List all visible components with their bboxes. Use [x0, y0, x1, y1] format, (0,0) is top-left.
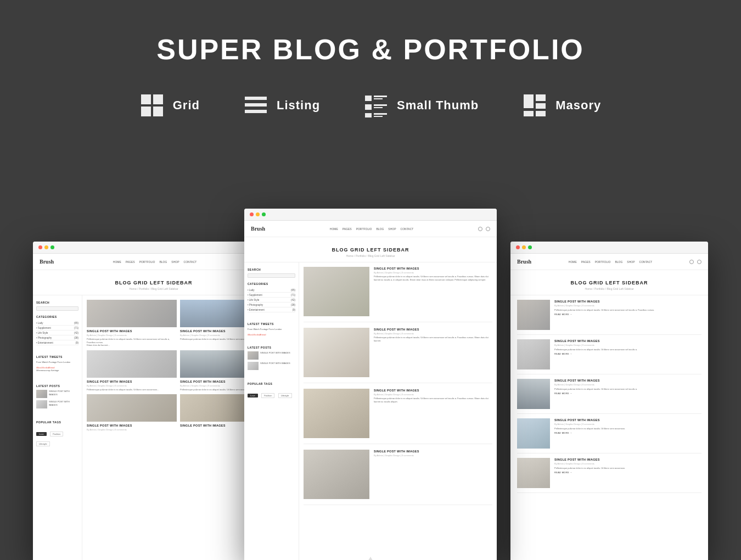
blog-page-left: Brush HOME PAGES PORTFOLIO BLOG SHOP CON…: [33, 254, 274, 560]
small-thumb-meta-2: By Admin | Graphic Design | 0 comments: [554, 344, 701, 346]
latest-post-info-c2: SINGLE POST WITH IMAGES: [260, 362, 290, 365]
svg-rect-8: [374, 96, 387, 97]
post-text: Pellentesque pulvinar dolor in ex alique…: [87, 338, 177, 347]
svg-rect-10: [365, 104, 372, 110]
mockup-center: Brush HOME PAGES PORTFOLIO BLOG SHOP CON…: [244, 209, 497, 560]
listing-post-3: SINGLE POST WITH IMAGES By Admin | Graph…: [304, 389, 492, 444]
cat-item: • Lady(65): [36, 321, 78, 326]
post-card: SINGLE POST WITH IMAGES By Admin | Graph…: [87, 350, 177, 391]
read-more-1: READ MORE →: [554, 313, 701, 316]
cat-item: • Supplement(71): [248, 293, 295, 298]
logo-right: Brush: [517, 259, 531, 265]
small-thumb-title-5: SINGLE POST WITH IMAGES: [554, 458, 701, 461]
layout-option-small-thumb[interactable]: Small Thumb: [364, 93, 479, 117]
blog-nav-right: Brush HOME PAGES PORTFOLIO BLOG SHOP CON…: [510, 254, 708, 270]
tag-btn-outline: Lifestyle: [36, 441, 50, 446]
small-thumb-img-4: [517, 418, 550, 449]
svg-rect-14: [374, 113, 387, 115]
svg-rect-13: [365, 113, 372, 117]
search-title-center: SEARCH: [248, 268, 295, 271]
post-title: SINGLE POST WITH IMAGES: [87, 380, 177, 383]
latest-post-thumb-c2: [248, 362, 259, 370]
dot-red-r: [516, 245, 520, 249]
small-thumb-text-3: Pellentesque pulvinar dolor in ex alique…: [554, 388, 701, 391]
browser-top-bar-left: [33, 242, 274, 254]
post-image: [87, 300, 177, 327]
latest-posts-title-center: LATEST POSTS: [248, 346, 295, 349]
tag-btn: Love: [36, 432, 47, 436]
cat-item: • Life Style(42): [36, 331, 78, 335]
listing-post-4: SINGLE POST WITH IMAGES By Admin | Graph…: [304, 450, 492, 505]
latest-post-thumb: [36, 400, 47, 408]
post-title: SINGLE POST WITH IMAGES: [87, 329, 177, 333]
sidebar-left: SEARCH CATEGORIES • Lady(65) • Supplemen…: [33, 295, 82, 560]
dot-red: [250, 212, 254, 216]
small-thumb-text-1: Pellentesque pulvinar dolor in ex alique…: [554, 309, 701, 312]
blog-hero-left: BLOG GRID LEFT SIDEBAR Home / Portfolio …: [33, 270, 274, 295]
breadcrumb-left: Home / Portfolio / Blog Grid Left Sideba…: [38, 287, 269, 290]
svg-rect-9: [374, 98, 383, 99]
small-thumb-icon: [364, 93, 388, 117]
browser-top-bar-right: [510, 242, 708, 254]
listing-post-title-1: SINGLE POST WITH IMAGES: [374, 267, 492, 270]
listing-sidebar: SEARCH CATEGORIES • Lady(65) • Supplemen…: [244, 262, 299, 560]
small-thumb-img-5: [517, 458, 550, 488]
svg-rect-6: [245, 110, 267, 113]
listing-post-title-4: SINGLE POST WITH IMAGES: [374, 450, 492, 453]
listing-post-text-2: Pellentesque pulvinar dolor in ex alique…: [374, 336, 492, 342]
tag-btn-outline-c2: Lifestyle: [278, 393, 292, 398]
layout-option-grid[interactable]: Grid: [140, 93, 200, 117]
listing-post-img-1: [304, 267, 369, 316]
search-input-mock: [36, 306, 78, 311]
listing-post-content-4: SINGLE POST WITH IMAGES By Admin | Graph…: [374, 450, 492, 499]
svg-rect-16: [524, 94, 534, 108]
popular-tags-title-center: POPULAR TAGS: [248, 382, 295, 385]
listing-icon: [244, 93, 268, 117]
latest-post-center: SINGLE POST WITH IMAGES: [248, 351, 295, 360]
layout-option-listing[interactable]: Listing: [244, 93, 320, 117]
blog-nav-left: Brush HOME PAGES PORTFOLIO BLOG SHOP CON…: [33, 254, 274, 270]
logo-center: Brush: [251, 226, 265, 232]
blog-page-center: Brush HOME PAGES PORTFOLIO BLOG SHOP CON…: [244, 221, 497, 560]
grid-icon: [140, 93, 164, 117]
cat-item: • Entertainment(9): [248, 307, 295, 312]
small-thumb-content-5: SINGLE POST WITH IMAGES By Admin | Graph…: [554, 458, 701, 488]
svg-rect-7: [365, 96, 372, 101]
tag-btn-outline-c: Fashion: [261, 393, 274, 398]
small-thumb-post-2: SINGLE POST WITH IMAGES By Admin | Graph…: [517, 339, 701, 374]
masory-label: Masory: [555, 98, 601, 113]
latest-post-info: SINGLE POST WITH IMAGES: [49, 400, 78, 406]
latest-post-thumb: [36, 390, 47, 398]
small-thumb-content-3: SINGLE POST WITH IMAGES By Admin | Graph…: [554, 379, 701, 409]
svg-rect-19: [524, 111, 534, 116]
dot-green: [50, 245, 54, 249]
listing-post-title-3: SINGLE POST WITH IMAGES: [374, 389, 492, 392]
page-title: SUPER BLOG & PORTFOLIO: [156, 33, 585, 66]
small-thumb-meta-5: By Admin | Graphic Design | 0 comments: [554, 462, 701, 465]
nav-icons-center: [478, 227, 490, 231]
blog-hero-center: BLOG GRID LEFT SIDEBAR Home / Portfolio …: [244, 237, 497, 262]
breadcrumb-center: Home / Portfolio / Blog Grid Left Sideba…: [250, 254, 491, 257]
layout-option-masory[interactable]: Masory: [523, 93, 601, 117]
blog-grid-layout: SEARCH CATEGORIES • Lady(65) • Supplemen…: [33, 295, 274, 560]
post-text: Pellentesque pulvinar dolor in ex alique…: [87, 388, 177, 391]
tweets-title-center: LATEST TWEETS: [248, 322, 295, 326]
small-thumb-img-2: [517, 339, 550, 369]
post-meta: By Admin | Graphic Design | 0 comments: [87, 334, 177, 337]
categories-title: CATEGORIES: [36, 315, 78, 318]
search-icon-center: [478, 227, 482, 231]
nav-links-left: HOME PAGES PORTFOLIO BLOG SHOP CONTACT: [113, 260, 197, 264]
tweet-text-center: From Watch Footage From London: [248, 328, 295, 331]
logo-left: Brush: [40, 259, 54, 265]
listing-post-meta-3: By Admin | Graphic Design | 0 comments: [374, 393, 492, 396]
dot-yellow-r: [522, 245, 526, 249]
listing-layout: SEARCH CATEGORIES • Lady(65) • Supplemen…: [244, 262, 497, 560]
dot-red: [38, 245, 42, 249]
post-card: SINGLE POST WITH IMAGES By Admin | Graph…: [87, 300, 177, 347]
latest-post-info-c: SINGLE POST WITH IMAGES: [260, 351, 290, 355]
post-card: SINGLE POST WITH IMAGES By Admin | Graph…: [87, 394, 177, 432]
svg-rect-20: [536, 111, 546, 116]
small-thumb-title-1: SINGLE POST WITH IMAGES: [554, 300, 701, 303]
nav-icons-right: [689, 260, 701, 264]
posts-grid: SINGLE POST WITH IMAGES By Admin | Graph…: [87, 300, 270, 391]
